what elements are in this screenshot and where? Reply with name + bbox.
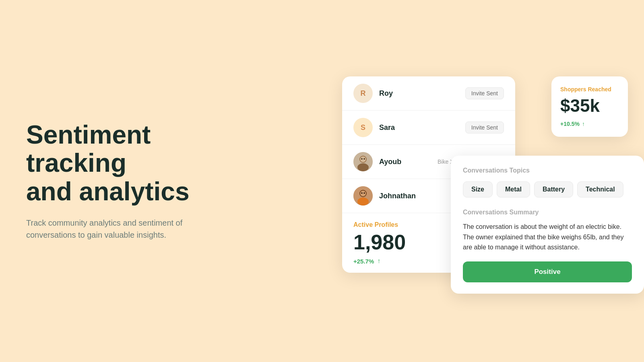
- ui-cards-container: R Roy Invite Sent S Sara Invite Sent: [342, 68, 644, 294]
- topics-section-title: Conversations Topics: [463, 167, 632, 174]
- avatar-ayoub: [353, 152, 373, 171]
- shoppers-label: Shoppers Reached: [560, 86, 619, 93]
- svg-point-4: [361, 158, 363, 160]
- subtitle: Track community analytics and sentiment …: [26, 217, 219, 241]
- hero-section: Sentiment tracking and analytics Track c…: [26, 121, 252, 241]
- avatar-johnathan: [353, 186, 373, 206]
- topic-battery: Battery: [534, 181, 573, 197]
- svg-point-8: [357, 197, 369, 206]
- shoppers-card: Shoppers Reached $35k +10.5% ↑: [551, 76, 628, 137]
- svg-point-5: [364, 158, 365, 160]
- svg-point-9: [360, 191, 366, 196]
- avatar-sara: S: [353, 118, 373, 137]
- avatar-letter-roy: R: [361, 89, 366, 98]
- shoppers-growth-value: +10.5%: [560, 121, 580, 127]
- summary-section-title: Conversations Summary: [463, 209, 632, 216]
- shoppers-value: $35k: [560, 96, 619, 116]
- name-sara: Sara: [379, 123, 459, 132]
- summary-text: The conversation is about the weight of …: [463, 222, 632, 253]
- up-arrow-icon: ↑: [377, 257, 380, 265]
- name-ayoub: Ayoub: [379, 158, 431, 166]
- name-roy: Roy: [379, 89, 459, 98]
- avatar-roy: R: [353, 84, 373, 103]
- title-line2: and analytics: [26, 177, 190, 206]
- title-line1: Sentiment tracking: [26, 120, 151, 177]
- topic-technical: Technical: [577, 181, 623, 197]
- shoppers-growth: +10.5% ↑: [560, 121, 619, 127]
- invite-badge-sara: Invite Sent: [465, 121, 504, 134]
- topics-row: Size Metal Battery Technical: [463, 181, 632, 197]
- profile-row-roy: R Roy Invite Sent: [342, 76, 515, 111]
- shoppers-up-arrow-icon: ↑: [582, 121, 585, 127]
- svg-point-11: [364, 192, 365, 194]
- profile-row-sara: S Sara Invite Sent: [342, 111, 515, 145]
- svg-point-3: [360, 156, 366, 162]
- svg-point-2: [357, 163, 369, 171]
- conversations-card: Conversations Topics Size Metal Battery …: [451, 156, 644, 294]
- topic-metal: Metal: [497, 181, 530, 197]
- main-title: Sentiment tracking and analytics: [26, 121, 252, 206]
- growth-value: +25.7%: [353, 258, 374, 265]
- avatar-letter-sara: S: [361, 123, 365, 132]
- invite-badge-roy: Invite Sent: [465, 87, 504, 99]
- svg-point-10: [361, 192, 363, 194]
- sentiment-button[interactable]: Positive: [463, 261, 632, 282]
- topic-size: Size: [463, 181, 493, 197]
